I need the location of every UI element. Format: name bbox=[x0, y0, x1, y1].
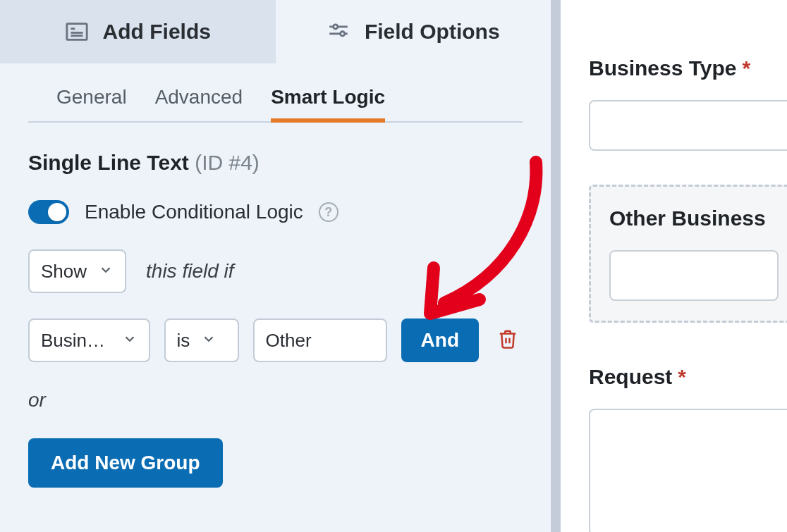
add-new-group-button[interactable]: Add New Group bbox=[28, 438, 223, 488]
preview-selected-field[interactable]: Other Business bbox=[589, 185, 787, 323]
chevron-down-icon bbox=[122, 330, 138, 352]
preview-request-label: Request * bbox=[589, 365, 787, 389]
preview-business-type-text: Business Type bbox=[589, 56, 737, 80]
tab-add-fields-label: Add Fields bbox=[103, 20, 211, 44]
required-asterisk: * bbox=[743, 56, 751, 80]
sub-tabs: General Advanced Smart Logic bbox=[28, 63, 523, 123]
sliders-icon bbox=[327, 20, 350, 44]
rule-field-select[interactable]: Busines… bbox=[28, 318, 150, 362]
top-tabs: Add Fields Field Options bbox=[0, 0, 551, 63]
field-id: (ID #4) bbox=[195, 151, 260, 174]
tab-field-options[interactable]: Field Options bbox=[276, 0, 551, 63]
rule-row: Busines… is And bbox=[0, 293, 551, 362]
field-header: Single Line Text (ID #4) bbox=[0, 123, 551, 175]
chevron-down-icon bbox=[98, 261, 114, 283]
rule-value-input[interactable] bbox=[253, 318, 387, 362]
subtab-smart-logic[interactable]: Smart Logic bbox=[271, 86, 385, 121]
chevron-down-icon bbox=[201, 330, 216, 352]
delete-rule-button[interactable] bbox=[493, 324, 523, 357]
rule-operator-select[interactable]: is bbox=[164, 318, 239, 362]
or-label: or bbox=[28, 389, 523, 412]
action-select[interactable]: Show bbox=[28, 249, 126, 293]
subtab-general[interactable]: General bbox=[56, 86, 127, 121]
rule-operator-value: is bbox=[177, 330, 190, 352]
rule-field-value: Busines… bbox=[41, 330, 111, 352]
action-select-value: Show bbox=[41, 261, 87, 283]
svg-point-5 bbox=[334, 25, 338, 29]
preview-request-text: Request bbox=[589, 365, 672, 389]
field-name: Single Line Text bbox=[28, 151, 189, 174]
subtab-advanced[interactable]: Advanced bbox=[155, 86, 243, 121]
condition-suffix: this field if bbox=[146, 260, 234, 283]
tab-field-options-label: Field Options bbox=[365, 20, 500, 44]
required-asterisk: * bbox=[678, 365, 686, 389]
field-options-panel: Add Fields Field Options General Advance… bbox=[0, 0, 561, 532]
preview-other-business-text: Other Business bbox=[609, 206, 766, 230]
preview-request-textarea[interactable] bbox=[589, 409, 787, 532]
enable-conditional-row: Enable Conditional Logic ? bbox=[0, 175, 551, 224]
condition-row: Show this field if bbox=[0, 224, 551, 293]
help-icon[interactable]: ? bbox=[319, 202, 338, 222]
enable-conditional-toggle[interactable] bbox=[28, 200, 69, 224]
preview-business-type-input[interactable] bbox=[589, 100, 787, 151]
preview-other-business-label: Other Business bbox=[609, 206, 787, 230]
add-fields-icon bbox=[65, 20, 89, 44]
preview-business-type-label: Business Type * bbox=[589, 56, 787, 80]
and-button[interactable]: And bbox=[401, 318, 479, 362]
form-preview: Business Type * Other Business Request * bbox=[561, 0, 787, 532]
preview-other-business-input[interactable] bbox=[609, 250, 779, 301]
svg-point-7 bbox=[340, 32, 344, 36]
trash-icon bbox=[497, 328, 518, 349]
tab-add-fields[interactable]: Add Fields bbox=[0, 0, 276, 63]
enable-conditional-label: Enable Conditional Logic bbox=[85, 201, 303, 223]
